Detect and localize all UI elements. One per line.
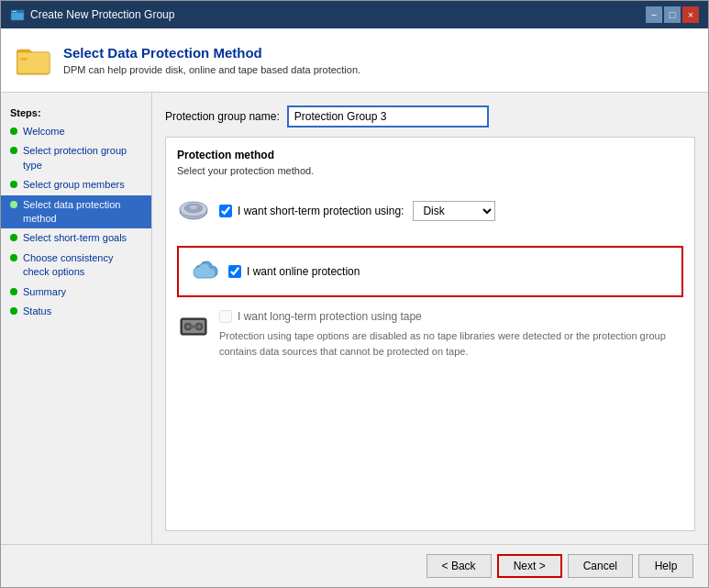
step-dot-consistency (10, 254, 17, 261)
group-name-input[interactable] (287, 105, 489, 128)
sidebar-item-short-term[interactable]: Select short-term goals (1, 228, 151, 248)
folder-icon (17, 45, 51, 76)
sidebar-item-summary[interactable]: Summary (1, 283, 151, 302)
cloud-icon (186, 259, 219, 284)
step-dot-status (10, 307, 17, 315)
maximize-button[interactable]: □ (664, 6, 681, 23)
sidebar-item-label-summary: Summary (23, 285, 66, 299)
svg-point-17 (197, 325, 201, 328)
online-checkbox[interactable] (228, 265, 241, 278)
protection-box: Protection method Select your protection… (165, 137, 695, 531)
disk-label-text: I want short-term protection using: (238, 205, 404, 217)
sidebar-item-label-short-term: Select short-term goals (23, 231, 127, 245)
header-text: Select Data Protection Method DPM can he… (63, 45, 360, 75)
header-icon (16, 42, 52, 79)
group-name-label: Protection group name: (165, 110, 280, 123)
main-window: Create New Protection Group − □ × Select… (0, 0, 709, 588)
sidebar: Steps: Welcome Select protection group t… (1, 93, 152, 544)
online-label-text: I want online protection (247, 265, 360, 278)
sidebar-item-select-type[interactable]: Select protection group type (1, 141, 151, 175)
step-dot-select-type (10, 147, 17, 154)
sidebar-item-label-welcome: Welcome (23, 125, 65, 139)
step-dot-welcome (10, 128, 17, 135)
sidebar-item-label-status: Status (23, 305, 51, 318)
back-button[interactable]: < Back (427, 554, 492, 578)
step-dot-short-term (10, 234, 17, 241)
sidebar-item-status[interactable]: Status (1, 302, 151, 321)
protection-method-title: Protection method (177, 149, 683, 161)
svg-rect-6 (20, 58, 28, 61)
svg-point-2 (13, 11, 15, 13)
main-content: Protection group name: Protection method… (152, 93, 708, 544)
tape-right: I want long-term protection using tape P… (219, 310, 683, 359)
tape-checkbox[interactable] (219, 310, 232, 323)
online-check-label[interactable]: I want online protection (228, 265, 360, 278)
tape-label-text: I want long-term protection using tape (238, 310, 422, 323)
body: Steps: Welcome Select protection group t… (1, 93, 708, 544)
next-button[interactable]: Next > (497, 554, 562, 578)
cancel-button[interactable]: Cancel (568, 554, 633, 578)
sidebar-item-select-method[interactable]: Select data protection method (1, 195, 151, 229)
footer: < Back Next > Cancel Help (1, 544, 708, 587)
disk-check-label[interactable]: I want short-term protection using: (219, 205, 404, 217)
cloud-icon-container (186, 255, 219, 288)
svg-point-3 (15, 11, 17, 13)
help-button[interactable]: Help (638, 554, 693, 578)
sidebar-item-label-select-members: Select group members (23, 178, 125, 192)
tape-check-label[interactable]: I want long-term protection using tape (219, 310, 683, 323)
window-icon (10, 7, 25, 22)
tape-note: Protection using tape options are disabl… (219, 328, 683, 359)
tape-method-row: I want long-term protection using tape P… (177, 310, 683, 359)
step-dot-select-members (10, 181, 17, 188)
group-name-row: Protection group name: (165, 105, 695, 128)
sidebar-item-label-select-method: Select data protection method (23, 198, 142, 227)
step-dot-summary (10, 288, 17, 295)
window-title: Create New Protection Group (30, 8, 174, 21)
tape-icon (179, 315, 208, 338)
online-method-row: I want online protection (177, 246, 683, 297)
title-bar: Create New Protection Group − □ × (1, 1, 708, 28)
sidebar-item-label-select-type: Select protection group type (23, 144, 142, 172)
svg-rect-5 (17, 52, 50, 73)
disk-icon-container (177, 194, 210, 227)
close-button[interactable]: × (682, 6, 699, 23)
sidebar-item-label-consistency: Choose consistency check options (23, 251, 142, 280)
disk-icon (179, 200, 208, 222)
header-subtitle: DPM can help provide disk, online and ta… (63, 64, 360, 75)
title-bar-controls: − □ × (646, 6, 699, 23)
tape-icon-container (177, 310, 210, 343)
title-bar-left: Create New Protection Group (10, 7, 174, 22)
svg-rect-18 (191, 325, 196, 328)
disk-checkbox[interactable] (219, 205, 232, 217)
disk-dropdown[interactable]: Disk Tape (413, 201, 495, 221)
header-title: Select Data Protection Method (63, 45, 360, 61)
protection-method-subtitle: Select your protection method. (177, 165, 683, 176)
sidebar-item-select-members[interactable]: Select group members (1, 175, 151, 194)
svg-point-10 (190, 205, 197, 209)
svg-point-15 (186, 325, 190, 328)
sidebar-item-consistency[interactable]: Choose consistency check options (1, 249, 151, 283)
disk-method-row: I want short-term protection using: Disk… (177, 189, 683, 233)
sidebar-item-welcome[interactable]: Welcome (1, 122, 151, 141)
header: Select Data Protection Method DPM can he… (1, 28, 708, 93)
step-dot-select-method (10, 201, 17, 208)
steps-label: Steps: (1, 102, 151, 122)
minimize-button[interactable]: − (646, 6, 662, 23)
